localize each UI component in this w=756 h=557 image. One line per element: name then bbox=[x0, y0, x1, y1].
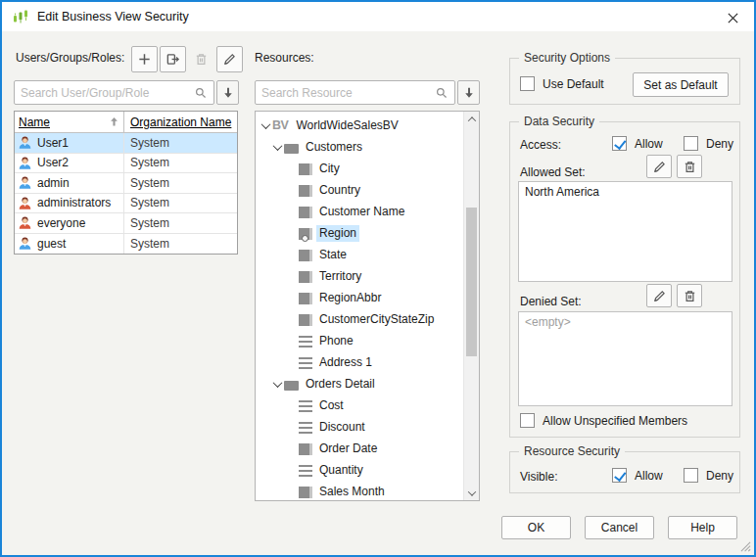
help-button[interactable]: Help bbox=[668, 516, 737, 539]
trash-icon bbox=[683, 160, 697, 174]
edit-user-button[interactable] bbox=[216, 46, 243, 72]
resource-search-go-button[interactable] bbox=[457, 80, 480, 105]
tree-item[interactable]: Phone bbox=[256, 330, 461, 351]
folder-icon bbox=[284, 144, 299, 154]
detail-field-icon bbox=[299, 465, 312, 477]
user-search-field bbox=[14, 80, 214, 105]
user-name: admin bbox=[37, 176, 70, 190]
resource-search-field bbox=[255, 80, 455, 105]
resize-grip[interactable] bbox=[740, 541, 751, 552]
user-org: System bbox=[124, 237, 237, 251]
tree-item[interactable]: Cost bbox=[256, 395, 461, 416]
user-name: administrators bbox=[37, 196, 111, 209]
user-blue-icon bbox=[18, 236, 32, 251]
resource-search-input[interactable] bbox=[256, 86, 435, 100]
detail-field-icon bbox=[299, 336, 312, 348]
sort-ascending-icon bbox=[108, 116, 120, 128]
close-icon[interactable] bbox=[723, 9, 742, 26]
dimension-icon bbox=[299, 487, 312, 498]
delete-allowed-set-button[interactable] bbox=[677, 155, 702, 178]
delete-user-button bbox=[188, 46, 214, 72]
data-security-group: Data Security Access: Allow Deny Allowed… bbox=[509, 121, 740, 438]
tree-item[interactable]: Country bbox=[256, 179, 461, 201]
allowed-set-box[interactable]: North America bbox=[518, 181, 732, 282]
access-allow-checkbox[interactable] bbox=[612, 136, 627, 151]
column-header-name[interactable]: Name bbox=[15, 112, 124, 132]
table-row[interactable]: administrators System bbox=[15, 194, 237, 214]
tree-item[interactable]: Region bbox=[256, 222, 461, 244]
user-red-icon bbox=[18, 196, 32, 210]
tree-item[interactable]: Territory bbox=[256, 265, 461, 287]
user-red-icon bbox=[18, 215, 32, 230]
bv-icon: BV bbox=[272, 118, 288, 132]
table-row[interactable]: User1 System bbox=[15, 133, 237, 154]
access-label: Access: bbox=[520, 138, 561, 152]
chevron-down-icon[interactable] bbox=[271, 144, 284, 151]
scroll-down-icon[interactable] bbox=[464, 486, 479, 500]
column-header-organization[interactable]: Organization Name bbox=[124, 116, 237, 129]
access-deny-option: Deny bbox=[684, 136, 733, 151]
dimension-icon bbox=[299, 163, 312, 175]
allow-unspecified-checkbox[interactable] bbox=[520, 413, 535, 428]
visible-deny-option: Deny bbox=[684, 468, 733, 483]
user-blue-icon bbox=[18, 135, 32, 150]
detail-field-icon bbox=[299, 422, 312, 434]
tree-item[interactable]: CustomerCityStateZip bbox=[256, 308, 461, 330]
tree-scrollbar[interactable] bbox=[463, 112, 479, 500]
table-row[interactable]: guest System bbox=[15, 234, 237, 255]
user-name: User2 bbox=[37, 156, 69, 169]
trash-icon bbox=[194, 52, 209, 67]
tree-item[interactable]: Customer Name bbox=[256, 201, 461, 222]
detail-field-icon bbox=[299, 400, 312, 412]
denied-set-box[interactable]: <empty> bbox=[518, 311, 732, 406]
tree-item[interactable]: State bbox=[256, 244, 461, 265]
users-table: Name Organization Name User1 System User… bbox=[14, 111, 238, 255]
tree-item[interactable]: City bbox=[256, 158, 461, 179]
tree-item[interactable]: RegionAbbr bbox=[256, 287, 461, 308]
user-blue-icon bbox=[18, 175, 32, 190]
access-deny-checkbox[interactable] bbox=[684, 136, 698, 151]
use-default-label: Use Default bbox=[543, 77, 604, 91]
dimension-icon bbox=[299, 293, 312, 304]
tree-item[interactable]: BVWorldWideSalesBV bbox=[256, 115, 461, 136]
delete-denied-set-button[interactable] bbox=[677, 284, 702, 307]
scroll-up-icon[interactable] bbox=[464, 112, 479, 126]
tree-item[interactable]: Discount bbox=[256, 416, 461, 438]
edit-business-view-security-dialog: Edit Business View Security Users/Groups… bbox=[0, 0, 756, 557]
user-search-go-button[interactable] bbox=[216, 80, 239, 105]
table-row[interactable]: admin System bbox=[15, 173, 237, 194]
access-allow-label: Allow bbox=[635, 137, 663, 151]
add-user-button[interactable] bbox=[131, 46, 158, 72]
tree-item[interactable]: Address 1 bbox=[256, 351, 461, 373]
visible-deny-checkbox[interactable] bbox=[684, 468, 698, 483]
allow-unspecified-option: Allow Unspecified Members bbox=[520, 413, 687, 428]
chevron-down-icon[interactable] bbox=[260, 122, 272, 129]
chevron-down-icon[interactable] bbox=[271, 381, 284, 388]
arrow-down-icon bbox=[462, 86, 476, 100]
dimension-icon bbox=[299, 250, 312, 261]
edit-denied-set-button[interactable] bbox=[646, 284, 672, 307]
use-default-checkbox[interactable] bbox=[520, 76, 535, 91]
dimension-icon bbox=[299, 207, 312, 218]
user-org: System bbox=[124, 136, 237, 150]
tree-item[interactable]: Order Date bbox=[256, 438, 461, 459]
resources-label: Resources: bbox=[255, 51, 314, 65]
table-row[interactable]: User2 System bbox=[15, 154, 237, 174]
tree-item[interactable]: Quantity bbox=[256, 459, 461, 481]
cancel-button[interactable]: Cancel bbox=[585, 516, 654, 539]
visible-allow-label: Allow bbox=[635, 469, 663, 483]
ok-button[interactable]: OK bbox=[501, 516, 571, 539]
users-toolbar bbox=[131, 46, 243, 72]
scrollbar-thumb[interactable] bbox=[466, 208, 477, 356]
visible-allow-checkbox[interactable] bbox=[612, 468, 627, 483]
set-as-default-button[interactable]: Set as Default bbox=[633, 72, 729, 97]
import-users-button[interactable] bbox=[160, 46, 186, 72]
tree-item[interactable]: Orders Detail bbox=[256, 373, 461, 395]
tree-item[interactable]: Customers bbox=[256, 136, 461, 158]
edit-allowed-set-button[interactable] bbox=[646, 155, 672, 178]
user-search-input[interactable] bbox=[15, 86, 194, 100]
resources-tree: BVWorldWideSalesBV Customers City Countr… bbox=[255, 111, 480, 501]
dimension-key-icon bbox=[299, 228, 312, 240]
tree-item[interactable]: Sales Month bbox=[256, 481, 461, 501]
table-row[interactable]: everyone System bbox=[15, 213, 237, 234]
